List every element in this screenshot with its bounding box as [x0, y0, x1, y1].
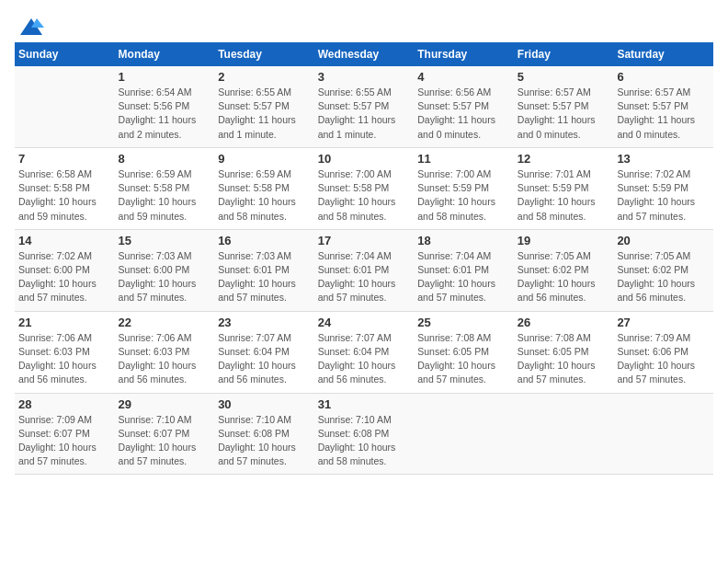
calendar-cell: 29Sunrise: 7:10 AM Sunset: 6:07 PM Dayli… — [115, 393, 215, 475]
weekday-header-wednesday: Wednesday — [314, 42, 415, 66]
calendar-cell: 14Sunrise: 7:02 AM Sunset: 6:00 PM Dayli… — [15, 229, 115, 311]
calendar-cell — [613, 393, 713, 475]
day-number: 5 — [518, 70, 610, 84]
day-number: 23 — [218, 316, 311, 329]
day-number: 30 — [218, 397, 311, 411]
day-info: Sunrise: 6:58 AM Sunset: 5:58 PM Dayligh… — [18, 167, 111, 224]
day-info: Sunrise: 7:09 AM Sunset: 6:07 PM Dayligh… — [18, 413, 111, 469]
day-info: Sunrise: 7:00 AM Sunset: 5:59 PM Dayligh… — [417, 167, 510, 224]
day-info: Sunrise: 7:09 AM Sunset: 6:06 PM Dayligh… — [617, 331, 710, 387]
calendar-cell: 30Sunrise: 7:10 AM Sunset: 6:08 PM Dayli… — [214, 393, 314, 475]
day-number: 20 — [617, 234, 710, 247]
day-info: Sunrise: 7:10 AM Sunset: 6:08 PM Dayligh… — [318, 413, 411, 469]
calendar-week-row: 14Sunrise: 7:02 AM Sunset: 6:00 PM Dayli… — [15, 229, 713, 311]
day-number: 25 — [417, 316, 510, 329]
day-number: 8 — [119, 152, 211, 166]
logo-icon — [18, 15, 44, 40]
day-number: 12 — [518, 152, 610, 166]
calendar-cell: 8Sunrise: 6:59 AM Sunset: 5:58 PM Daylig… — [115, 147, 215, 229]
day-number: 16 — [218, 234, 311, 247]
calendar-cell: 20Sunrise: 7:05 AM Sunset: 6:02 PM Dayli… — [613, 229, 713, 311]
calendar-week-row: 1Sunrise: 6:54 AM Sunset: 5:56 PM Daylig… — [15, 66, 713, 147]
calendar-week-row: 21Sunrise: 7:06 AM Sunset: 6:03 PM Dayli… — [15, 311, 713, 393]
weekday-header-friday: Friday — [514, 42, 614, 66]
day-number: 15 — [119, 234, 211, 247]
day-info: Sunrise: 7:05 AM Sunset: 6:02 PM Dayligh… — [518, 249, 610, 305]
day-number: 6 — [617, 70, 710, 84]
calendar-cell: 27Sunrise: 7:09 AM Sunset: 6:06 PM Dayli… — [613, 311, 713, 393]
calendar-week-row: 7Sunrise: 6:58 AM Sunset: 5:58 PM Daylig… — [15, 147, 713, 229]
calendar-cell: 31Sunrise: 7:10 AM Sunset: 6:08 PM Dayli… — [314, 393, 415, 475]
day-number: 22 — [119, 316, 211, 329]
calendar-cell: 6Sunrise: 6:57 AM Sunset: 5:57 PM Daylig… — [613, 66, 713, 147]
day-number: 3 — [318, 70, 411, 84]
day-number: 4 — [417, 70, 510, 84]
day-number: 1 — [119, 70, 211, 84]
day-info: Sunrise: 7:05 AM Sunset: 6:02 PM Dayligh… — [617, 249, 710, 305]
day-number: 10 — [318, 152, 411, 166]
calendar-cell: 11Sunrise: 7:00 AM Sunset: 5:59 PM Dayli… — [414, 147, 514, 229]
day-info: Sunrise: 7:10 AM Sunset: 6:07 PM Dayligh… — [119, 413, 211, 469]
weekday-header-thursday: Thursday — [414, 42, 514, 66]
day-number: 29 — [119, 397, 211, 411]
calendar-cell: 24Sunrise: 7:07 AM Sunset: 6:04 PM Dayli… — [314, 311, 415, 393]
day-info: Sunrise: 7:03 AM Sunset: 6:00 PM Dayligh… — [119, 249, 211, 305]
day-info: Sunrise: 7:02 AM Sunset: 5:59 PM Dayligh… — [617, 167, 710, 224]
calendar-cell: 25Sunrise: 7:08 AM Sunset: 6:05 PM Dayli… — [414, 311, 514, 393]
day-info: Sunrise: 6:56 AM Sunset: 5:57 PM Dayligh… — [417, 86, 510, 142]
day-info: Sunrise: 6:54 AM Sunset: 5:56 PM Dayligh… — [119, 86, 211, 142]
calendar-cell: 9Sunrise: 6:59 AM Sunset: 5:58 PM Daylig… — [214, 147, 314, 229]
day-number: 19 — [518, 234, 610, 247]
day-info: Sunrise: 7:07 AM Sunset: 6:04 PM Dayligh… — [218, 331, 311, 387]
weekday-header-row: SundayMondayTuesdayWednesdayThursdayFrid… — [15, 42, 713, 66]
calendar-cell: 19Sunrise: 7:05 AM Sunset: 6:02 PM Dayli… — [514, 229, 614, 311]
day-info: Sunrise: 6:59 AM Sunset: 5:58 PM Dayligh… — [218, 167, 311, 224]
day-info: Sunrise: 6:59 AM Sunset: 5:58 PM Dayligh… — [119, 167, 211, 224]
calendar-cell — [414, 393, 514, 475]
weekday-header-monday: Monday — [115, 42, 215, 66]
weekday-header-tuesday: Tuesday — [214, 42, 314, 66]
day-number: 28 — [18, 397, 111, 411]
calendar-cell: 4Sunrise: 6:56 AM Sunset: 5:57 PM Daylig… — [414, 66, 514, 147]
day-info: Sunrise: 7:03 AM Sunset: 6:01 PM Dayligh… — [218, 249, 311, 305]
calendar-cell: 2Sunrise: 6:55 AM Sunset: 5:57 PM Daylig… — [214, 66, 314, 147]
calendar-cell: 26Sunrise: 7:08 AM Sunset: 6:05 PM Dayli… — [514, 311, 614, 393]
day-info: Sunrise: 7:04 AM Sunset: 6:01 PM Dayligh… — [318, 249, 411, 305]
day-info: Sunrise: 7:08 AM Sunset: 6:05 PM Dayligh… — [518, 331, 610, 387]
day-number: 31 — [318, 397, 411, 411]
calendar-cell: 18Sunrise: 7:04 AM Sunset: 6:01 PM Dayli… — [414, 229, 514, 311]
day-info: Sunrise: 7:04 AM Sunset: 6:01 PM Dayligh… — [417, 249, 510, 305]
calendar-cell: 7Sunrise: 6:58 AM Sunset: 5:58 PM Daylig… — [15, 147, 115, 229]
day-info: Sunrise: 7:07 AM Sunset: 6:04 PM Dayligh… — [318, 331, 411, 387]
day-number: 2 — [218, 70, 311, 84]
weekday-header-saturday: Saturday — [613, 42, 713, 66]
day-number: 17 — [318, 234, 411, 247]
calendar-week-row: 28Sunrise: 7:09 AM Sunset: 6:07 PM Dayli… — [15, 393, 713, 475]
calendar-cell: 23Sunrise: 7:07 AM Sunset: 6:04 PM Dayli… — [214, 311, 314, 393]
day-number: 24 — [318, 316, 411, 329]
logo — [15, 15, 44, 35]
day-info: Sunrise: 7:00 AM Sunset: 5:58 PM Dayligh… — [318, 167, 411, 224]
day-number: 26 — [518, 316, 610, 329]
day-info: Sunrise: 6:55 AM Sunset: 5:57 PM Dayligh… — [318, 86, 411, 142]
calendar-cell: 3Sunrise: 6:55 AM Sunset: 5:57 PM Daylig… — [314, 66, 415, 147]
page-header — [15, 15, 713, 35]
day-info: Sunrise: 7:06 AM Sunset: 6:03 PM Dayligh… — [18, 331, 111, 387]
calendar-cell: 5Sunrise: 6:57 AM Sunset: 5:57 PM Daylig… — [514, 66, 614, 147]
day-info: Sunrise: 6:57 AM Sunset: 5:57 PM Dayligh… — [617, 86, 710, 142]
calendar-cell — [514, 393, 614, 475]
calendar-cell: 28Sunrise: 7:09 AM Sunset: 6:07 PM Dayli… — [15, 393, 115, 475]
day-number: 9 — [218, 152, 311, 166]
day-number: 13 — [617, 152, 710, 166]
calendar-cell: 21Sunrise: 7:06 AM Sunset: 6:03 PM Dayli… — [15, 311, 115, 393]
calendar-cell: 13Sunrise: 7:02 AM Sunset: 5:59 PM Dayli… — [613, 147, 713, 229]
day-number: 11 — [417, 152, 510, 166]
weekday-header-sunday: Sunday — [15, 42, 115, 66]
day-number: 18 — [417, 234, 510, 247]
calendar-cell: 10Sunrise: 7:00 AM Sunset: 5:58 PM Dayli… — [314, 147, 415, 229]
day-number: 27 — [617, 316, 710, 329]
calendar-cell: 16Sunrise: 7:03 AM Sunset: 6:01 PM Dayli… — [214, 229, 314, 311]
calendar-cell: 1Sunrise: 6:54 AM Sunset: 5:56 PM Daylig… — [115, 66, 215, 147]
day-info: Sunrise: 6:55 AM Sunset: 5:57 PM Dayligh… — [218, 86, 311, 142]
day-number: 7 — [18, 152, 111, 166]
